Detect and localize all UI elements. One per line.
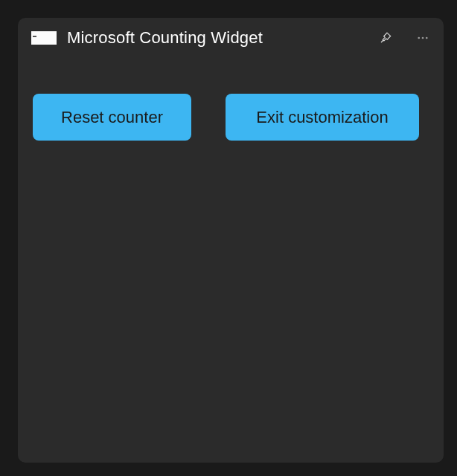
svg-point-2 — [422, 37, 424, 39]
exit-customization-button[interactable]: Exit customization — [226, 94, 419, 141]
reset-counter-button[interactable]: Reset counter — [33, 94, 191, 141]
svg-point-1 — [418, 37, 420, 39]
svg-line-0 — [381, 40, 383, 42]
widget-app-icon — [31, 31, 57, 45]
widget-content: Reset counter Exit customization — [18, 55, 444, 155]
widget-header: Microsoft Counting Widget — [18, 18, 444, 55]
svg-point-3 — [426, 37, 428, 39]
pin-icon[interactable] — [378, 30, 393, 45]
widget-card: Microsoft Counting Widget Reset counter … — [18, 18, 444, 463]
widget-title: Microsoft Counting Widget — [67, 28, 368, 48]
more-options-icon[interactable] — [415, 30, 430, 45]
